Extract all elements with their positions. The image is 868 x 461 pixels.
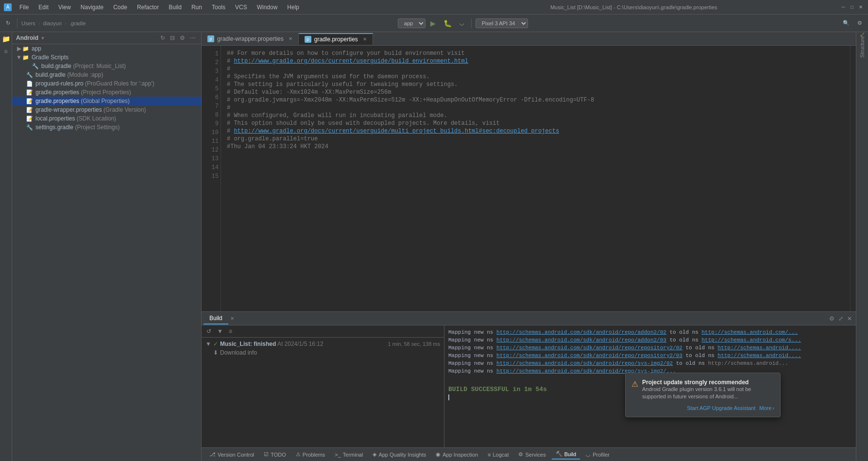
menu-edit[interactable]: Edit [34,3,52,12]
code-line-1: ## For more details on how to configure … [227,50,844,57]
tree-item-app[interactable]: ▶ 📁 app [12,44,201,53]
bottom-settings-btn[interactable]: ⚙ [827,314,836,323]
dock-version-control[interactable]: ⎇ Version Control [205,450,258,459]
log-link-1[interactable]: http://schemas.android.com/sdk/android/r… [496,329,666,335]
dock-build[interactable]: 🔨 Build [552,449,580,460]
minimize-button[interactable]: ─ [840,4,847,11]
project-more-btn[interactable]: ⋯ [188,34,197,42]
log-line-3: Mapping new ns http://schemas.android.co… [448,344,852,352]
close-button[interactable]: ✕ [857,4,864,11]
build-restart-btn[interactable]: ↺ [204,327,213,336]
build-item-musiclist[interactable]: ▼ ✓ Music_List: finished At 2024/1/5 16:… [204,340,442,348]
dock-profiler[interactable]: ◡ Profiler [582,450,613,459]
local-props-icon: 📝 [26,115,34,122]
tree-label-proguard: proguard-rules.pro (ProGuard Rules for '… [35,80,154,87]
link-multi-project[interactable]: http://www.gradle.org/docs/current/userg… [234,128,559,135]
tab-close-wrapper[interactable]: ✕ [289,36,292,41]
bc-diaoyun[interactable]: diaoyun [43,20,62,26]
bottom-expand-btn[interactable]: ⤢ [836,314,845,323]
tree-item-gradle-props-project[interactable]: 📝 gradle.properties (Project Properties) [12,88,201,97]
dock-todo[interactable]: ☑ TODO [260,450,290,459]
tree-label-app: app [32,45,41,52]
menu-build[interactable]: Build [165,3,186,12]
log-link-2b[interactable]: http://schemas.android.com/s... [702,337,801,343]
settings-button[interactable]: ⚙ [854,18,865,28]
log-text-5b: http://schemas.android... [708,360,788,366]
log-link-1b[interactable]: http://schemas.android.com/... [702,329,798,335]
menu-refactor[interactable]: Refactor [133,3,163,12]
tab-gradle-props[interactable]: p gradle.properties ✕ [299,33,373,45]
menu-window[interactable]: Window [253,3,282,12]
dock-terminal[interactable]: >_ Terminal [331,450,367,459]
tree-item-gradle-wrapper[interactable]: 📝 gradle-wrapper.properties (Gradle Vers… [12,105,201,114]
dock-app-quality[interactable]: ◈ App Quality Insights [369,450,430,459]
debug-button[interactable]: 🐛 [441,18,455,29]
code-line-12: # org.gradle.parallel=true [227,135,844,143]
log-link-5[interactable]: http://schemas.android.com/sdk/android/r… [496,360,673,366]
code-content[interactable]: ## For more details on how to configure … [221,46,850,311]
tree-item-gradle-scripts[interactable]: ▼ 📁 Gradle Scripts [12,53,201,62]
start-agp-link[interactable]: Start AGP Upgrade Assistant [687,405,755,411]
build-expand-btn[interactable]: ▼ [215,327,225,336]
tab-build-close[interactable]: ✕ [230,316,234,321]
code-line-14 [227,151,844,158]
line-num-3: 3 [204,67,219,76]
project-icon[interactable]: 📁 [1,34,11,44]
menu-run[interactable]: Run [187,3,206,12]
sync-button[interactable]: ↻ [3,18,13,28]
log-link-3b[interactable]: http://schemas.android.... [718,345,801,351]
tree-item-build-gradle-module[interactable]: 🔧 build.gradle (Module :app) [12,70,201,79]
menu-help[interactable]: Help [283,3,303,12]
props-icon-1: 📝 [26,89,34,96]
tab-gradle-wrapper[interactable]: p gradle-wrapper.properties ✕ [202,34,299,44]
dock-app-inspection[interactable]: ◉ App Inspection [432,450,482,459]
dock-logcat[interactable]: ≡ Logcat [484,450,512,459]
bc-users[interactable]: Users [21,20,35,26]
bottom-close-btn[interactable]: ✕ [845,314,854,323]
menu-navigate[interactable]: Navigate [77,3,107,12]
maximize-button[interactable]: □ [849,4,855,11]
line-num-8: 8 [204,111,219,120]
log-link-4[interactable]: http://schemas.android.com/sdk/android/r… [496,353,682,359]
build-filter-btn[interactable]: ≡ [227,327,234,336]
log-link-4b[interactable]: http://schemas.android.... [718,353,801,359]
tab-close-props[interactable]: ✕ [363,36,367,42]
menu-file[interactable]: File [16,3,33,12]
profile-button[interactable]: ◡ [457,18,467,28]
menu-code[interactable]: Code [109,3,131,12]
gradle-icon-1: 🔧 [32,63,39,69]
link-build-env[interactable]: http://www.gradle.org/docs/current/userg… [234,58,468,65]
log-link-3[interactable]: http://schemas.android.com/sdk/android/r… [496,345,682,351]
project-collapse-btn[interactable]: ⊟ [169,34,176,42]
more-label: More [759,405,771,411]
run-button[interactable]: ▶ [427,18,439,29]
project-settings-btn[interactable]: ⚙ [178,34,187,42]
tree-item-settings-gradle[interactable]: 🔧 settings.gradle (Project Settings) [12,123,201,132]
menu-vcs[interactable]: VCS [231,3,251,12]
tab-build[interactable]: Build [204,313,228,324]
build-success-icon: ✓ [213,341,218,347]
notification-warning-icon: ⚠ [631,379,638,389]
device-select[interactable]: Pixel 3 API 34 [476,18,528,28]
gradle-icon-2: 🔧 [26,71,34,78]
right-sidebar-icons: Structure [856,32,868,461]
menu-view[interactable]: View [54,3,75,12]
tree-item-gradle-props-global[interactable]: 📝 gradle.properties (Global Properties) [12,97,201,105]
more-button[interactable]: More › [759,405,774,411]
code-line-6: # Default value: -Xmx1024m -XX:MaxPermSi… [227,88,844,96]
log-link-2[interactable]: http://schemas.android.com/sdk/android/r… [496,337,666,343]
search-button[interactable]: 🔍 [840,18,852,28]
tree-item-build-gradle-project[interactable]: 🔧 build.gradle (Project: Music_List) [12,62,201,70]
code-line-4: # Specifies the JVM arguments used for t… [227,73,844,81]
bc-gradle[interactable]: .gradle [69,20,86,26]
dock-problems[interactable]: ⚠ Problems [292,450,329,459]
run-config-select[interactable]: app [398,18,425,28]
dock-services[interactable]: ⚙ Services [514,450,549,459]
structure-icon[interactable]: ≡ [1,47,11,56]
build-download-item[interactable]: ⬇ Download info [211,348,442,357]
tree-item-local-props[interactable]: 📝 local.properties (SDK Location) [12,114,201,123]
tree-item-proguard[interactable]: 📄 proguard-rules.pro (ProGuard Rules for… [12,79,201,88]
line-numbers: 1 2 3 4 5 6 7 8 9 10 11 12 13 14 15 [202,46,221,311]
menu-tools[interactable]: Tools [208,3,229,12]
project-sync-btn[interactable]: ↻ [159,34,167,42]
